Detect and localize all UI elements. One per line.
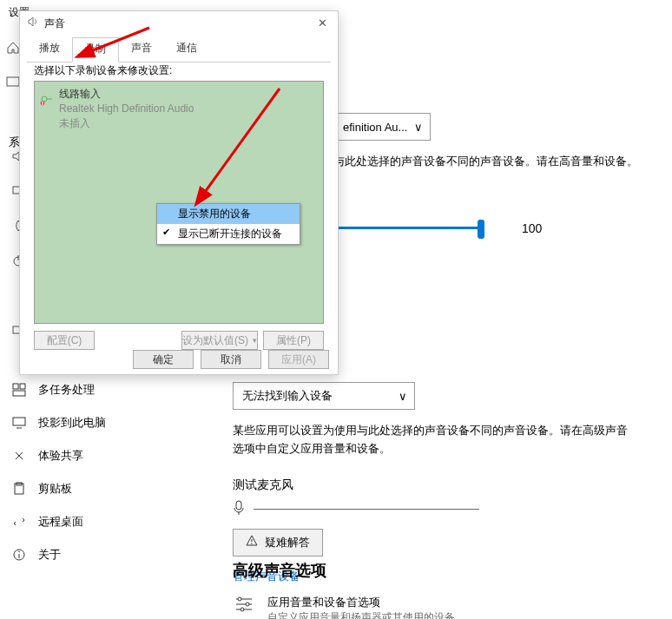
- sidebar: 多任务处理 投影到此电脑 体验共享 剪贴板 远程桌面 关于: [9, 373, 165, 571]
- tab-playback[interactable]: 播放: [27, 37, 72, 62]
- tab-sounds[interactable]: 声音: [119, 37, 164, 62]
- slider-value: 100: [522, 221, 542, 235]
- project-icon: [12, 416, 26, 430]
- sidebar-item-project[interactable]: 投影到此电脑: [9, 406, 165, 439]
- svg-point-23: [240, 608, 244, 611]
- speaker-icon: [27, 16, 39, 28]
- input-description: 某些应用可以设置为使用与此处选择的声音设备不同的声音设备。请在高级声音选项中自定…: [233, 422, 632, 458]
- sidebar-item-label: 多任务处理: [38, 382, 95, 398]
- dialog-button-row: 配置(C) 设为默认值(S) 属性(P): [34, 331, 324, 350]
- menu-show-disconnected[interactable]: ✔ 显示已断开连接的设备: [157, 224, 300, 244]
- svg-rect-15: [236, 501, 241, 510]
- troubleshoot-label: 疑难解答: [265, 535, 310, 550]
- tab-strip: 播放 录制 声音 通信: [27, 37, 331, 63]
- sidebar-item-multitask[interactable]: 多任务处理: [9, 373, 165, 406]
- output-description: 与此处选择的声音设备不同的声音设备。请在高音量和设备。: [333, 153, 649, 171]
- svg-rect-6: [20, 384, 25, 389]
- context-menu: 显示禁用的设备 ✔ 显示已断开连接的设备: [156, 203, 300, 245]
- sidebar-item-share[interactable]: 体验共享: [9, 439, 165, 472]
- input-device-value: 无法找到输入设备: [242, 388, 333, 404]
- device-name: 线路输入: [59, 87, 316, 102]
- device-status: 未插入: [59, 116, 316, 131]
- multitask-icon: [12, 383, 26, 397]
- share-icon: [12, 449, 26, 463]
- svg-point-19: [238, 597, 241, 601]
- about-icon: [12, 548, 26, 562]
- slider-thumb[interactable]: [478, 220, 484, 239]
- remote-icon: [12, 515, 26, 529]
- dialog-instruction: 选择以下录制设备来修改设置:: [34, 63, 172, 78]
- sidebar-item-about[interactable]: 关于: [9, 538, 165, 571]
- sliders-icon: [233, 595, 255, 614]
- cancel-button[interactable]: 取消: [201, 350, 261, 369]
- svg-point-21: [246, 603, 249, 606]
- advanced-section: 高级声音选项 应用音量和设备首选项 自定义应用音量和扬声器或其使用的设备。: [233, 560, 649, 619]
- svg-rect-7: [13, 391, 25, 396]
- pref-subtitle: 自定义应用音量和扬声器或其使用的设备。: [267, 610, 465, 619]
- sidebar-item-clipboard[interactable]: 剪贴板: [9, 472, 165, 505]
- svg-rect-8: [13, 418, 25, 425]
- menu-item-label: 显示已断开连接的设备: [178, 227, 282, 240]
- test-mic-label: 测试麦克风: [233, 477, 649, 493]
- chevron-down-icon: ∨: [399, 390, 407, 403]
- svg-point-17: [251, 543, 252, 543]
- properties-button[interactable]: 属性(P): [263, 331, 324, 350]
- check-icon: ✔: [162, 227, 170, 238]
- sidebar-item-label: 投影到此电脑: [38, 415, 106, 431]
- ok-button[interactable]: 确定: [133, 350, 194, 369]
- input-section: 无法找到输入设备 ∨ 某些应用可以设置为使用与此处选择的声音设备不同的声音设备。…: [233, 382, 649, 584]
- configure-button[interactable]: 配置(C): [34, 331, 95, 350]
- troubleshoot-button[interactable]: 疑难解答: [233, 529, 323, 556]
- dialog-footer: 确定 取消 应用(A): [133, 350, 329, 369]
- input-device-dropdown[interactable]: 无法找到输入设备 ∨: [233, 382, 415, 410]
- device-list[interactable]: 线路输入 Realtek High Definition Audio 未插入 显…: [34, 81, 324, 324]
- clipboard-icon: [12, 482, 26, 496]
- device-driver: Realtek High Definition Audio: [59, 102, 316, 116]
- mic-test-row: [233, 500, 649, 518]
- warning-icon: [246, 535, 258, 550]
- apply-button[interactable]: 应用(A): [268, 350, 329, 369]
- tab-communications[interactable]: 通信: [164, 37, 209, 62]
- svg-point-14: [18, 551, 20, 553]
- dialog-title: 声音: [44, 16, 65, 31]
- output-device-dropdown[interactable]: efinition Au... ∨: [333, 113, 431, 141]
- device-item-line-in[interactable]: 线路输入 Realtek High Definition Audio 未插入: [35, 82, 323, 132]
- sidebar-item-label: 关于: [38, 547, 61, 563]
- sidebar-item-label: 远程桌面: [38, 514, 83, 530]
- chevron-down-icon: ∨: [414, 121, 423, 134]
- close-button[interactable]: ✕: [313, 15, 331, 30]
- line-in-icon: [40, 92, 54, 106]
- svg-point-24: [42, 96, 47, 102]
- advanced-heading: 高级声音选项: [233, 560, 649, 581]
- sidebar-item-label: 体验共享: [38, 448, 83, 464]
- sidebar-item-remote[interactable]: 远程桌面: [9, 505, 165, 538]
- microphone-icon: [233, 500, 245, 518]
- set-default-button[interactable]: 设为默认值(S): [181, 331, 258, 350]
- output-device-value: efinition Au...: [343, 121, 407, 134]
- menu-item-label: 显示禁用的设备: [178, 207, 251, 220]
- svg-rect-5: [13, 384, 18, 389]
- app-volume-pref[interactable]: 应用音量和设备首选项 自定义应用音量和扬声器或其使用的设备。: [233, 595, 649, 619]
- svg-rect-0: [7, 77, 19, 86]
- mic-level-bar: [254, 509, 479, 510]
- pref-title: 应用音量和设备首选项: [267, 595, 465, 610]
- sidebar-item-label: 剪贴板: [38, 481, 72, 497]
- sound-dialog: 声音 ✕ 播放 录制 声音 通信 选择以下录制设备来修改设置: 线路输入 Rea…: [19, 10, 339, 375]
- menu-show-disabled[interactable]: 显示禁用的设备: [157, 204, 300, 224]
- tab-recording[interactable]: 录制: [72, 37, 119, 63]
